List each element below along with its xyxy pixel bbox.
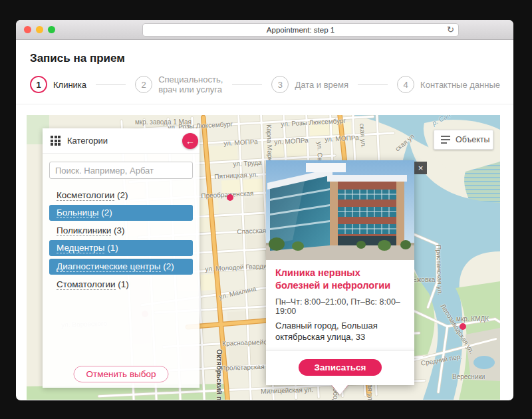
popup-tail: [331, 384, 348, 395]
minimize-window-button[interactable]: [36, 26, 43, 33]
step-4-circle[interactable]: 4: [397, 76, 414, 93]
category-count: (3): [111, 225, 124, 235]
step-2-label: Специальность, врач или услуга: [158, 74, 223, 94]
category-label: Косметологии: [57, 190, 114, 201]
category-item[interactable]: Поликлиники (3): [49, 223, 193, 237]
grid-icon: [51, 136, 61, 146]
step-2-circle[interactable]: 2: [135, 76, 152, 93]
category-count: (1): [104, 243, 118, 253]
step-connector: [358, 84, 388, 85]
header-divider: [16, 104, 513, 104]
book-appointment-button[interactable]: Записаться: [299, 359, 382, 376]
category-label: Стоматологии: [57, 279, 116, 290]
category-list: Косметологии (2)Больницы (2)Поликлиники …: [43, 188, 200, 291]
clinic-photo: [266, 160, 414, 260]
close-window-button[interactable]: [24, 26, 31, 33]
page-title: Запись на прием: [30, 52, 513, 65]
zoom-window-button[interactable]: [48, 26, 55, 33]
reload-icon[interactable]: ↻: [447, 25, 454, 35]
clinic-popup-footer: Записаться: [266, 350, 414, 385]
clinic-hours: Пн–Чт: 8:00–21:00, Пт–Вс: 8:00–19:00: [275, 297, 405, 316]
category-count: (2): [161, 261, 174, 271]
map-pin[interactable]: [460, 323, 466, 330]
objects-button[interactable]: Объекты: [434, 130, 493, 150]
clinic-name[interactable]: Клиника нервных болезней и нефрологии: [275, 267, 405, 292]
cancel-selection-button[interactable]: Отменить выбор: [73, 366, 168, 382]
browser-titlebar: Appointment: step 1 ↻: [16, 20, 513, 40]
category-count: (2): [114, 190, 128, 200]
map[interactable]: мкр. завода 1 Маяул. Розы Люксембургул. …: [27, 115, 500, 400]
categories-panel-header: Категории ←: [43, 128, 200, 154]
window-controls: [24, 26, 55, 33]
step-4-label: Контактные данные: [420, 80, 500, 90]
page-title-bar-text: Appointment: step 1: [267, 26, 334, 34]
category-item[interactable]: Больницы (2): [49, 205, 193, 221]
category-item[interactable]: Медцентры (1): [49, 240, 193, 256]
clinic-popup: Клиника нервных болезней и нефрологии Пн…: [266, 160, 414, 385]
step-1-label: Клиника: [53, 80, 86, 90]
browser-url-bar[interactable]: Appointment: step 1 ↻: [142, 23, 459, 37]
close-icon[interactable]: ×: [414, 162, 427, 174]
category-label: Диагностические центры: [57, 261, 161, 272]
category-label: Поликлиники: [57, 225, 111, 236]
search-input[interactable]: [49, 162, 193, 179]
back-button[interactable]: ←: [182, 133, 198, 149]
list-icon: [441, 136, 450, 144]
category-count: (1): [116, 279, 129, 289]
step-connector: [96, 84, 126, 85]
categories-panel-title: Категории: [67, 136, 108, 146]
step-connector: [232, 84, 262, 85]
clinic-popup-body: Клиника нервных болезней и нефрологии Пн…: [266, 260, 414, 350]
category-label: Медцентры: [57, 243, 104, 253]
category-item[interactable]: Косметологии (2): [49, 188, 193, 202]
objects-button-label: Объекты: [456, 135, 490, 144]
step-3-circle[interactable]: 3: [271, 76, 289, 93]
wizard-steps: 1Клиника2Специальность, врач или услуга3…: [30, 73, 500, 96]
category-label: Больницы: [57, 208, 98, 218]
category-item[interactable]: Диагностические центры (2): [49, 259, 193, 275]
category-item[interactable]: Стоматологии (1): [49, 277, 193, 291]
step-1-circle[interactable]: 1: [30, 76, 47, 93]
browser-window: Appointment: step 1 ↻ Запись на прием 1К…: [16, 20, 513, 400]
category-count: (2): [98, 208, 112, 217]
map-pin[interactable]: [227, 194, 233, 201]
step-3-label: Дата и время: [295, 80, 348, 90]
clinic-address: Славный город, Большая октябрьская улица…: [275, 320, 405, 343]
categories-panel: Категории ← Косметологии (2)Больницы (2)…: [43, 128, 200, 388]
